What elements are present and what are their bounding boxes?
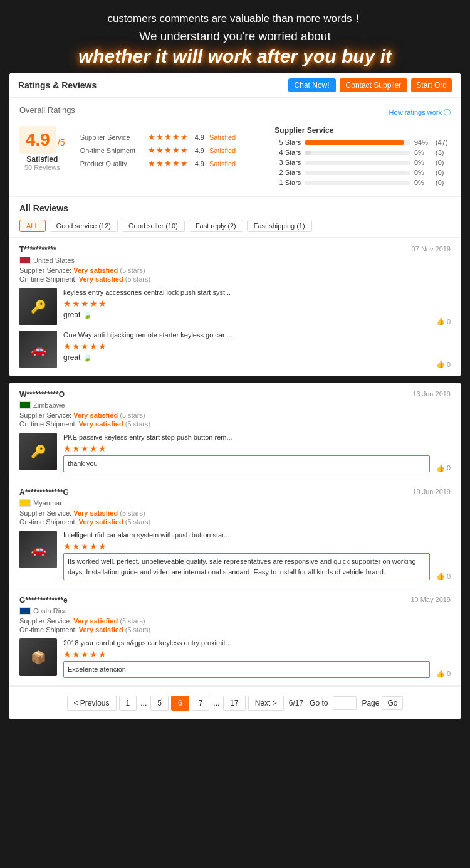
thumb-up-icon-g: 👍: [436, 670, 445, 678]
1-stars-pct: 0%: [414, 179, 432, 186]
banner-line2: We understand you're worried about: [19, 29, 451, 43]
review-date-1: 07 Nov 2019: [412, 245, 451, 254]
star-bar-2: 2 Stars 0% (0): [274, 169, 451, 176]
product-name-a: Intelligent rfid car alarm system with p…: [63, 531, 430, 539]
review-product-row-1b: 🚗 One Way anti-hijacking remote starter …: [19, 331, 451, 368]
page-17-button[interactable]: 17: [223, 696, 245, 711]
prev-page-button[interactable]: < Previous: [67, 696, 117, 711]
supplier-stars-a: (5 stars): [120, 509, 145, 517]
go-button[interactable]: Go: [382, 696, 403, 710]
review-like-1a[interactable]: 👍 0: [436, 317, 451, 326]
all-reviews-section: All Reviews ALL Good service (12) Good s…: [9, 197, 461, 238]
all-reviews-title: All Reviews: [19, 203, 451, 213]
product-quality-label: Product Quality: [80, 160, 143, 167]
supplier-service-line-g: Supplier Service: Very satisfied (5 star…: [19, 617, 451, 625]
review-like-w[interactable]: 👍 0: [436, 464, 451, 472]
goto-label: Go to: [310, 699, 328, 707]
review-product-row-a: 🚗 Intelligent rfid car alarm system with…: [19, 531, 451, 580]
review-like-a[interactable]: 👍 0: [436, 572, 451, 580]
supplier-service-line-w: Supplier Service: Very satisfied (5 star…: [19, 411, 451, 419]
like-count-1a: 0: [447, 318, 451, 326]
ontime-shipment-row: On-time Shipment ★★★★★ 4.9 Satisfied: [80, 146, 256, 155]
ontime-stars-w: (5 stars): [125, 420, 150, 428]
supplier-stars-w: (5 stars): [120, 411, 145, 419]
review-date-w: 13 Jun 2019: [412, 390, 451, 399]
product-name-1a: keyless entry accessories central lock p…: [63, 288, 430, 297]
review-meta-row-g: G*************e 10 May 2019: [19, 596, 451, 605]
next-page-button[interactable]: Next >: [248, 696, 284, 711]
filter-tags: ALL Good service (12) Good seller (10) F…: [19, 220, 451, 232]
5-stars-label: 5 Stars: [274, 139, 301, 146]
page-1-button[interactable]: 1: [119, 696, 137, 711]
ellipsis-2: ...: [212, 699, 221, 707]
filter-fast-reply[interactable]: Fast reply (2): [189, 220, 243, 232]
flag-zw-icon: [19, 401, 31, 409]
supplier-service-row: Supplier Service ★★★★★ 4.9 Satisfied: [80, 132, 256, 142]
product-info-1a: keyless entry accessories central lock p…: [63, 288, 430, 319]
reviewer-country-w: Zimbabwe: [19, 401, 451, 409]
reviewer-name-1: T***********: [19, 245, 56, 254]
page-label: Page: [362, 699, 379, 707]
ontime-label: On-time Shipment: [80, 147, 143, 154]
page-7-button[interactable]: 7: [192, 696, 210, 711]
chat-now-button[interactable]: Chat Now!: [288, 78, 336, 92]
ontime-stars: ★★★★★: [148, 146, 189, 155]
supplier-service-val-g: Very satisfied: [73, 617, 118, 625]
review-like-1b[interactable]: 👍 0: [436, 360, 451, 368]
review-comment-1b: great 🍃: [63, 353, 430, 362]
flag-us-icon: [19, 257, 31, 264]
supplier-service-dist-title: Supplier Service: [274, 126, 451, 135]
start-order-button[interactable]: Start Ord: [411, 78, 452, 92]
reviewer-country-1: United States: [19, 257, 451, 264]
4-stars-count: (3): [436, 149, 451, 156]
highlighted-comment-g: Excelente atención: [63, 661, 430, 678]
star-bar-4: 4 Stars 6% (3): [274, 149, 451, 156]
score-denom: /5: [58, 137, 65, 147]
score-big: 4.9 /5: [19, 126, 65, 154]
1-stars-label: 1 Stars: [274, 179, 301, 186]
ontime-sat: Satisfied: [209, 147, 236, 154]
score-number: 4.9: [19, 126, 56, 154]
score-label: Satisfied: [26, 155, 58, 164]
page-6-button[interactable]: 6: [171, 696, 189, 711]
3-stars-count: (0): [436, 159, 451, 166]
filter-all[interactable]: ALL: [19, 220, 46, 232]
review-entry-g: G*************e 10 May 2019 Costa Rica S…: [9, 588, 461, 686]
product-thumb-img-1b: 🚗: [19, 331, 57, 368]
4-stars-track: [305, 151, 410, 155]
ontime-val-w: Very satisfied: [79, 420, 123, 428]
banner: customers comments are valuable than mor…: [0, 0, 470, 73]
ontime-line-a: On-time Shipment: Very satisfied (5 star…: [19, 518, 451, 526]
product-info-1b: One Way anti-hijacking remote starter ke…: [63, 331, 430, 362]
2-stars-track: [305, 171, 410, 175]
product-thumb-w: 🔑: [19, 433, 57, 470]
ontime-line-g: On-time Shipment: Very satisfied (5 star…: [19, 626, 451, 633]
supplier-service-val-1: Very satisfied: [73, 267, 118, 274]
supplier-service-val-a: Very satisfied: [73, 509, 118, 517]
thumb-up-icon-1a: 👍: [436, 317, 445, 326]
2-stars-count: (0): [436, 169, 451, 176]
ontime-val-1: Very satisfied: [79, 275, 123, 283]
how-ratings-link[interactable]: How ratings work ⓘ: [389, 108, 451, 117]
product-thumb-img-1a: 🔑: [19, 288, 57, 326]
ontime-val-g: Very satisfied: [79, 626, 123, 633]
product-quality-stars: ★★★★★: [148, 159, 189, 168]
pagination-section: < Previous 1 ... 5 6 7 ... 17 Next > 6/1…: [9, 686, 461, 719]
rating-top: 4.9 /5 Satisfied 50 Reviews Supplier Ser…: [19, 126, 451, 189]
product-name-w: PKE passive keyless entry start stop pus…: [63, 433, 430, 442]
header-buttons: Chat Now! Contact Supplier Start Ord: [288, 78, 452, 92]
ratings-table: Supplier Service ★★★★★ 4.9 Satisfied On-…: [80, 132, 256, 168]
banner-line1: customers comments are valuable than mor…: [19, 11, 451, 26]
filter-good-seller[interactable]: Good seller (10): [122, 220, 185, 232]
ontime-line-1: On-time Shipment: Very satisfied (5 star…: [19, 275, 451, 283]
review-like-g[interactable]: 👍 0: [436, 670, 451, 678]
page-5-button[interactable]: 5: [150, 696, 169, 711]
product-thumb-img-w: 🔑: [19, 433, 57, 470]
goto-input[interactable]: [333, 696, 357, 710]
filter-fast-shipping[interactable]: Fast shipping (1): [247, 220, 312, 232]
filter-good-service[interactable]: Good service (12): [50, 220, 118, 232]
contact-supplier-button[interactable]: Contact Supplier: [340, 78, 408, 92]
5-stars-count: (47): [436, 139, 451, 146]
star-bar-1: 1 Stars 0% (0): [274, 179, 451, 186]
supplier-service-line-a: Supplier Service: Very satisfied (5 star…: [19, 509, 451, 517]
